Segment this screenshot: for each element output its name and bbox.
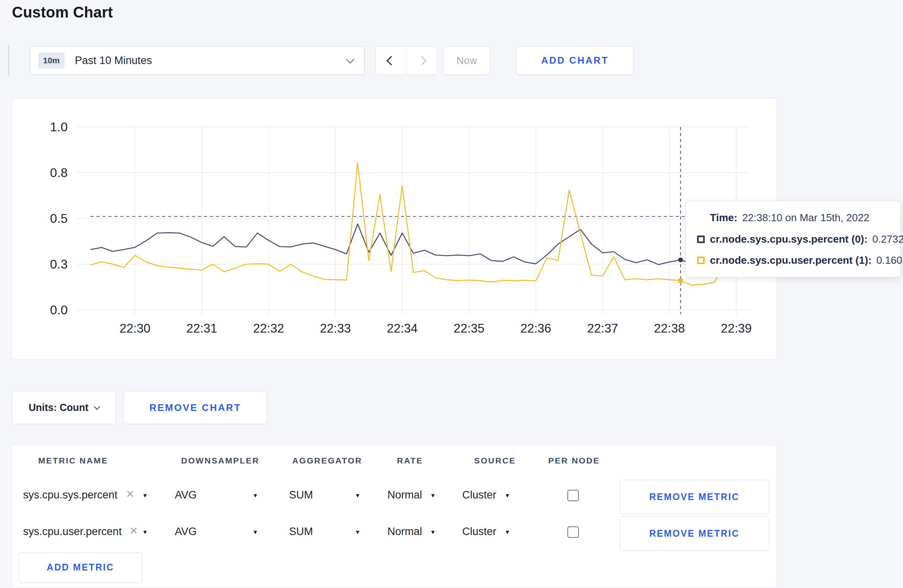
per-node-checkbox[interactable]: [567, 490, 579, 501]
col-header-aggregator: AGGREGATOR: [292, 456, 362, 465]
rate-caret-icon[interactable]: ▾: [431, 528, 435, 536]
downsampler-select[interactable]: AVG: [175, 489, 197, 501]
tooltip-series-name: cr.node.sys.cpu.user.percent (1):: [710, 254, 872, 267]
sys-hover-marker: [678, 257, 683, 262]
aggregator-select[interactable]: SUM: [289, 526, 313, 538]
now-button[interactable]: Now: [444, 46, 490, 75]
rate-select[interactable]: Normal: [387, 526, 422, 538]
units-select[interactable]: Units: Count: [12, 391, 116, 424]
x-axis-tick-label: 22:39: [721, 321, 752, 335]
remove-metric-button[interactable]: REMOVE METRIC: [620, 516, 769, 551]
remove-chart-button[interactable]: REMOVE CHART: [123, 391, 267, 424]
y-axis-tick-label: 1.0: [50, 120, 68, 134]
metric-name-select[interactable]: sys.cpu.user.percent: [23, 526, 122, 538]
remove-metric-button[interactable]: REMOVE METRIC: [620, 480, 769, 514]
user-series-swatch-icon: [697, 257, 705, 264]
y-axis-tick-label: 0.0: [50, 303, 68, 317]
col-header-per-node: PER NODE: [548, 456, 600, 465]
add-metric-button[interactable]: ADD METRIC: [19, 552, 142, 583]
user-percent-line: [90, 163, 736, 285]
rate-caret-icon[interactable]: ▾: [431, 491, 435, 500]
per-node-checkbox[interactable]: [567, 526, 579, 538]
x-axis-tick-label: 22:35: [453, 321, 485, 335]
remove-metric-x-icon[interactable]: ✕: [129, 525, 138, 537]
page-title: Custom Chart: [12, 4, 113, 21]
x-axis-tick-label: 22:38: [654, 321, 685, 335]
x-axis-tick-label: 22:37: [587, 321, 618, 335]
x-axis-tick-label: 22:30: [119, 321, 150, 335]
tooltip-series-name: cr.node.sys.cpu.sys.percent (0):: [710, 233, 868, 245]
col-header-metric-name: METRIC NAME: [38, 456, 108, 465]
chevron-down-icon: [346, 55, 354, 63]
metric-name-caret-icon[interactable]: ▾: [143, 528, 147, 536]
next-timespan-button[interactable]: [406, 47, 437, 74]
y-axis-tick-label: 0.5: [50, 211, 68, 226]
user-hover-marker: [678, 278, 683, 283]
tooltip-series-value: 0.2732: [872, 233, 903, 245]
downsampler-caret-icon[interactable]: ▾: [254, 528, 257, 536]
col-header-source: SOURCE: [474, 456, 516, 465]
aggregator-caret-icon[interactable]: ▾: [356, 528, 360, 536]
remove-metric-x-icon[interactable]: ✕: [126, 488, 135, 500]
tooltip-time-row: Time: 22:38:10 on Mar 15th, 2022: [697, 212, 889, 224]
col-header-rate: RATE: [397, 456, 423, 465]
source-select[interactable]: Cluster: [462, 489, 496, 501]
rate-select[interactable]: Normal: [387, 489, 422, 501]
downsampler-caret-icon[interactable]: ▾: [254, 491, 257, 500]
tooltip-time-value: 22:38:10 on Mar 15th, 2022: [742, 212, 869, 224]
y-gridlines: 0.00.30.50.81.0: [50, 120, 749, 317]
chart-hover-tooltip: Time: 22:38:10 on Mar 15th, 2022 cr.node…: [686, 201, 901, 277]
metric-name-select[interactable]: sys.cpu.sys.percent: [23, 489, 117, 501]
col-header-downsampler: DOWNSAMPLER: [181, 456, 260, 465]
units-label: Units: Count: [29, 402, 88, 413]
cpu-percent-chart[interactable]: 0.00.30.50.81.022:3022:3122:3222:3322:34…: [12, 99, 777, 360]
x-axis-tick-label: 22:34: [387, 321, 418, 335]
y-axis-tick-label: 0.8: [50, 165, 68, 180]
chevron-down-icon: [94, 404, 100, 410]
chevron-left-icon: [386, 56, 396, 65]
sys-percent-line: [90, 224, 736, 265]
custom-chart-card: 0.00.30.50.81.022:3022:3122:3222:3322:34…: [12, 98, 777, 360]
x-axis-tick-label: 22:36: [520, 321, 551, 335]
tooltip-series-value: 0.1601: [876, 254, 903, 267]
time-range-label: Past 10 Minutes: [75, 55, 347, 67]
downsampler-select[interactable]: AVG: [175, 526, 197, 538]
sys-series-swatch-icon: [697, 236, 705, 243]
toolbar-divider: [8, 45, 9, 76]
chevron-right-icon: [417, 56, 426, 65]
source-select[interactable]: Cluster: [462, 526, 496, 538]
aggregator-select[interactable]: SUM: [289, 489, 313, 501]
metrics-table-card: METRIC NAME DOWNSAMPLER AGGREGATOR RATE …: [12, 445, 777, 588]
x-axis-tick-label: 22:33: [320, 321, 351, 335]
x-axis-tick-label: 22:31: [186, 321, 217, 335]
prev-timespan-button[interactable]: [376, 47, 406, 74]
time-nav-group: [375, 46, 437, 75]
time-range-select[interactable]: 10m Past 10 Minutes: [30, 46, 365, 75]
tooltip-series-row: cr.node.sys.cpu.sys.percent (0): 0.2732: [697, 233, 889, 245]
metric-name-caret-icon[interactable]: ▾: [143, 491, 147, 500]
y-axis-tick-label: 0.3: [50, 257, 68, 271]
x-gridlines: 22:3022:3122:3222:3322:3422:3522:3622:37…: [119, 127, 752, 335]
time-range-badge: 10m: [38, 53, 64, 68]
source-caret-icon[interactable]: ▾: [506, 491, 509, 500]
add-chart-button[interactable]: ADD CHART: [516, 46, 633, 75]
tooltip-time-label: Time:: [710, 212, 737, 224]
tooltip-series-row: cr.node.sys.cpu.user.percent (1): 0.1601: [697, 254, 889, 267]
aggregator-caret-icon[interactable]: ▾: [356, 491, 360, 500]
x-axis-tick-label: 22:32: [253, 321, 284, 335]
source-caret-icon[interactable]: ▾: [506, 528, 509, 536]
